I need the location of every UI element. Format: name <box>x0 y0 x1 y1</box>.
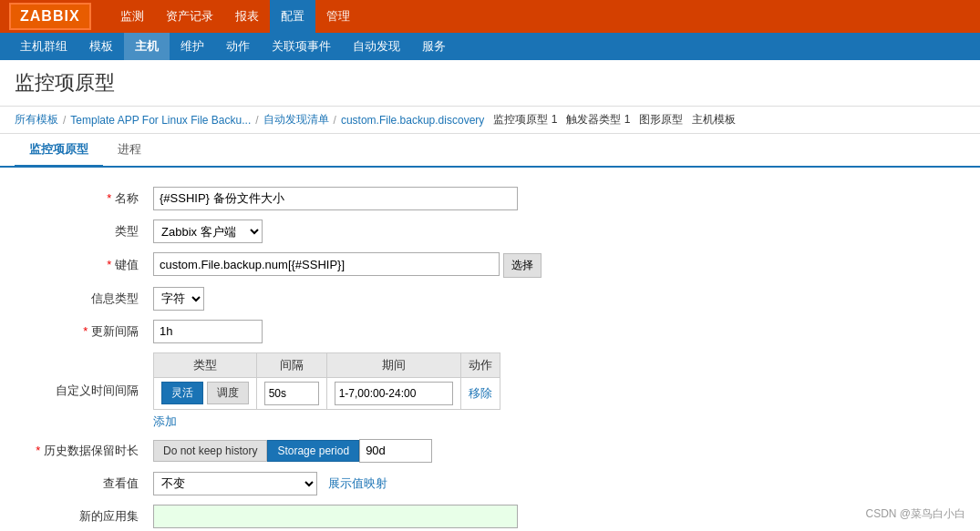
col-type: 类型 <box>154 352 257 377</box>
info-type-row: 信息类型 字符 数字 文本 <box>18 282 962 315</box>
breadcrumb-all-templates[interactable]: 所有模板 <box>15 112 58 128</box>
watermark: CSDN @菜鸟白小白 <box>865 506 965 522</box>
history-btn-group: Do not keep history Storage period <box>153 439 954 463</box>
update-interval-label: 更新间隔 <box>18 315 146 348</box>
breadcrumb-sep-3: / <box>334 114 336 127</box>
nav-admin[interactable]: 管理 <box>315 0 361 33</box>
name-label: 名称 <box>18 182 146 215</box>
nav-monitor[interactable]: 监测 <box>109 0 155 33</box>
main-content: 名称 类型 Zabbix 客户端 键值 选择 信息类型 <box>0 168 980 531</box>
flex-active-button[interactable]: 灵活 <box>161 382 203 404</box>
col-period: 期间 <box>326 352 460 377</box>
breadcrumb-template[interactable]: Template APP For Linux File Backu... <box>70 114 251 127</box>
top-navigation: ZABBIX 监测 资产记录 报表 配置 管理 <box>0 0 980 33</box>
name-value-cell <box>146 182 962 215</box>
key-select-button[interactable]: 选择 <box>503 253 542 278</box>
subnav-correlation[interactable]: 关联项事件 <box>261 33 342 60</box>
subnav-templates[interactable]: 模板 <box>78 33 124 60</box>
tab-item-proto[interactable]: 监控项原型 <box>15 134 103 168</box>
history-value-input[interactable] <box>359 439 432 463</box>
breadcrumb-host-template: 主机模板 <box>692 112 736 128</box>
new-app-label: 新的应用集 <box>18 500 146 532</box>
lookup-row: 查看值 不变 展示值映射 <box>18 467 962 500</box>
breadcrumb-discovery-list[interactable]: 自动发现清单 <box>263 112 329 128</box>
custom-time-value-cell: 类型 间隔 期间 动作 灵活 调度 <box>146 348 962 434</box>
interval-input[interactable] <box>264 382 319 405</box>
custom-time-data-row: 灵活 调度 移除 <box>154 377 500 409</box>
do-not-keep-history-button[interactable]: Do not keep history <box>153 440 267 462</box>
key-label: 键值 <box>18 248 146 282</box>
subnav-host-groups[interactable]: 主机群组 <box>9 33 78 60</box>
subnav-services[interactable]: 服务 <box>411 33 457 60</box>
history-label: 历史数据保留时长 <box>18 434 146 467</box>
custom-time-row: 自定义时间间隔 类型 间隔 期间 动作 灵活 <box>18 348 962 434</box>
custom-time-interval-cell <box>256 377 326 409</box>
period-input[interactable] <box>335 382 453 405</box>
info-type-value-cell: 字符 数字 文本 <box>146 282 962 315</box>
flex-inactive-button[interactable]: 调度 <box>207 382 249 404</box>
add-interval-link[interactable]: 添加 <box>153 414 177 430</box>
col-action: 动作 <box>460 352 500 377</box>
custom-time-label: 自定义时间间隔 <box>18 348 146 434</box>
subnav-actions[interactable]: 动作 <box>215 33 261 60</box>
form-table: 名称 类型 Zabbix 客户端 键值 选择 信息类型 <box>18 182 962 531</box>
custom-time-header: 类型 间隔 期间 动作 <box>154 352 500 377</box>
subnav-discovery[interactable]: 自动发现 <box>342 33 411 60</box>
type-select[interactable]: Zabbix 客户端 <box>153 220 263 243</box>
key-row: 键值 选择 <box>18 248 962 282</box>
name-row: 名称 <box>18 182 962 215</box>
name-input[interactable] <box>153 187 518 210</box>
info-type-select[interactable]: 字符 数字 文本 <box>153 287 204 311</box>
update-interval-value-cell <box>146 315 962 348</box>
add-link-container: 添加 <box>153 410 954 430</box>
new-app-row: 新的应用集 <box>18 500 962 532</box>
type-label: 类型 <box>18 215 146 248</box>
remove-link[interactable]: 移除 <box>469 386 492 400</box>
logo: ZABBIX <box>9 3 91 30</box>
new-app-value-cell <box>146 500 962 532</box>
nav-assets[interactable]: 资产记录 <box>155 0 224 33</box>
custom-time-action-cell: 移除 <box>460 377 500 409</box>
lookup-value-cell: 不变 展示值映射 <box>146 467 962 500</box>
lookup-label: 查看值 <box>18 467 146 500</box>
type-row: 类型 Zabbix 客户端 <box>18 215 962 248</box>
type-value-cell: Zabbix 客户端 <box>146 215 962 248</box>
tab-bar: 监控项原型 进程 <box>0 134 980 168</box>
custom-time-type-cell: 灵活 调度 <box>154 377 257 409</box>
custom-time-table: 类型 间隔 期间 动作 灵活 调度 <box>153 352 500 410</box>
nav-reports[interactable]: 报表 <box>224 0 270 33</box>
sub-navigation: 主机群组 模板 主机 维护 动作 关联项事件 自动发现 服务 <box>0 33 980 60</box>
breadcrumb-discovery-rule[interactable]: custom.File.backup.discovery <box>341 114 484 127</box>
page-title-bar: 监控项原型 <box>0 60 980 107</box>
update-interval-row: 更新间隔 <box>18 315 962 348</box>
subnav-hosts[interactable]: 主机 <box>124 33 170 60</box>
lookup-link[interactable]: 展示值映射 <box>328 476 387 490</box>
custom-time-period-cell <box>326 377 460 409</box>
history-value-cell: Do not keep history Storage period <box>146 434 962 467</box>
page-title: 监控项原型 <box>15 69 965 97</box>
lookup-select[interactable]: 不变 <box>153 472 317 495</box>
history-row: 历史数据保留时长 Do not keep history Storage per… <box>18 434 962 467</box>
breadcrumb-item-proto: 监控项原型 1 <box>493 112 557 128</box>
breadcrumb-trigger-proto: 触发器类型 1 <box>566 112 630 128</box>
breadcrumb-graph-proto: 图形原型 <box>639 112 683 128</box>
info-type-label: 信息类型 <box>18 282 146 315</box>
breadcrumb-sep-2: / <box>255 114 258 127</box>
subnav-maintenance[interactable]: 维护 <box>170 33 215 60</box>
key-value-cell: 选择 <box>146 248 962 282</box>
key-input[interactable] <box>153 252 500 276</box>
breadcrumb-sep-1: / <box>63 114 66 127</box>
storage-period-button[interactable]: Storage period <box>267 440 359 462</box>
breadcrumb: 所有模板 / Template APP For Linux File Backu… <box>0 107 980 134</box>
new-app-input[interactable] <box>153 505 518 528</box>
col-interval: 间隔 <box>256 352 326 377</box>
tab-item-process[interactable]: 进程 <box>103 134 156 168</box>
nav-config[interactable]: 配置 <box>270 0 315 33</box>
update-interval-input[interactable] <box>153 320 263 343</box>
